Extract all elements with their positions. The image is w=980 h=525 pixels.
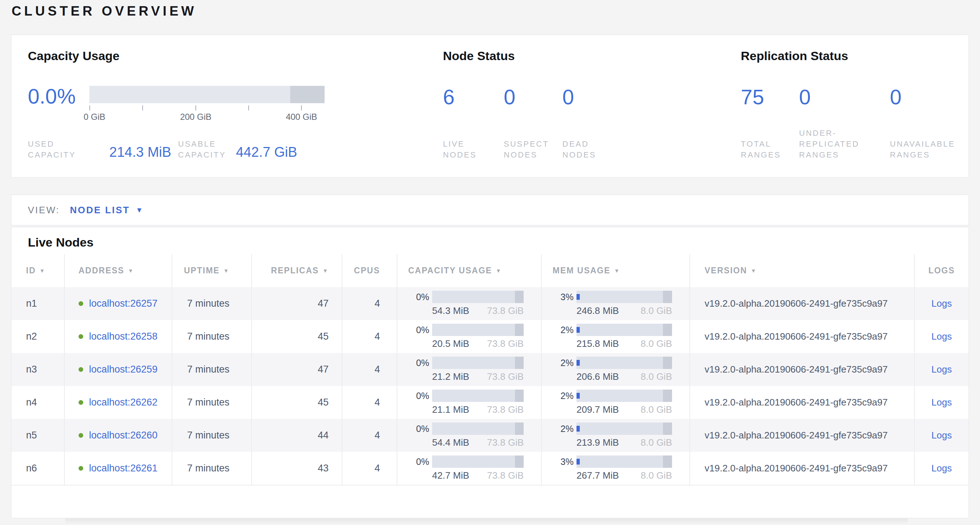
axis-tick [142,105,143,110]
mem-bar-fill [576,459,580,464]
mem-used-value: 215.8 MiB [576,338,619,349]
capacity-usage-title: Capacity Usage [28,49,119,63]
uptime-cell: 7 minutes [172,353,252,386]
version-cell: v19.2.0-alpha.20190606-2491-gfe735c9a97 [690,320,915,353]
logs-link[interactable]: Logs [932,397,952,408]
capacity-usage-cell: 0% 42.7 MiB73.8 GiB [397,452,542,485]
axis-tick [89,105,90,110]
view-bar: VIEW: NODE LIST ▼ [11,195,969,225]
node-address-link[interactable]: localhost:26262 [89,397,158,408]
logs-link[interactable]: Logs [932,463,952,474]
capacity-percent: 0% [407,424,429,434]
suspect-nodes-label: SUSPECT NODES [504,139,549,160]
view-mode-selected: NODE LIST [70,204,130,216]
capacity-bar-dark-segment [290,86,325,103]
version-cell: v19.2.0-alpha.20190606-2491-gfe735c9a97 [690,419,915,452]
capacity-bar-dark-segment [515,357,523,369]
capacity-used-value: 21.1 MiB [432,404,469,415]
node-address-link[interactable]: localhost:26261 [89,463,158,474]
col-header-address[interactable]: ADDRESS▼ [65,254,172,287]
node-id-cell: n4 [11,386,65,419]
capacity-used-value: 21.2 MiB [432,371,469,382]
view-mode-dropdown[interactable]: NODE LIST ▼ [70,204,143,216]
unavailable-ranges-label: UNAVAILABLE RANGES [890,139,955,160]
mem-bar-fill [576,327,580,333]
version-cell: v19.2.0-alpha.20190606-2491-gfe735c9a97 [690,287,915,320]
version-cell: v19.2.0-alpha.20190606-2491-gfe735c9a97 [690,386,915,419]
cpus-cell: 4 [342,287,397,320]
col-header-capacity-usage[interactable]: CAPACITY USAGE▼ [397,254,542,287]
capacity-percent: 0% [407,456,429,467]
node-live-dot [78,466,83,471]
node-live-dot [78,301,83,306]
capacity-percent: 0% [407,292,429,302]
axis-tick-label: 400 GiB [286,112,317,122]
axis-tick [301,105,302,110]
sort-icon: ▼ [128,268,134,274]
capacity-used-value: 54.4 MiB [432,437,469,448]
capacity-total-value: 73.8 GiB [487,404,523,415]
mem-bar [576,357,672,369]
cpus-cell: 4 [342,452,397,485]
node-address-cell: localhost:26260 [65,419,172,452]
logs-link[interactable]: Logs [932,364,952,375]
col-header-id[interactable]: ID▼ [11,254,65,287]
live-nodes-panel: Live Nodes ID▼ ADDRESS▼ UPTIME▼ REPLICAS… [11,227,969,519]
cpus-cell: 4 [342,353,397,386]
uptime-cell: 7 minutes [172,287,252,320]
sort-icon: ▼ [323,268,329,274]
col-header-mem-usage[interactable]: MEM USAGE▼ [542,254,690,287]
logs-link[interactable]: Logs [932,331,952,342]
mem-usage-cell: 2% 215.8 MiB8.0 GiB [542,320,690,353]
mem-usage-cell: 2% 213.9 MiB8.0 GiB [542,419,690,452]
mem-usage-cell: 3% 246.8 MiB8.0 GiB [542,287,690,320]
replicas-cell: 43 [252,452,342,485]
capacity-bar-dark-segment [515,324,523,336]
capacity-total-value: 73.8 GiB [487,437,523,448]
node-id-cell: n6 [11,452,65,485]
under-replicated-ranges-label: UNDER- REPLICATED RANGES [799,128,859,160]
logs-cell: Logs [915,353,969,386]
mem-bar-fill [576,294,580,300]
mem-total-value: 8.0 GiB [641,437,672,448]
cluster-summary-card: Capacity Usage 0.0% 0 GiB 200 GiB 400 Gi… [11,34,969,178]
node-address-link[interactable]: localhost:26259 [89,364,158,375]
col-header-replicas[interactable]: REPLICAS▼ [252,254,342,287]
capacity-usage-cell: 0% 20.5 MiB73.8 GiB [397,320,542,353]
logs-cell: Logs [915,320,969,353]
replicas-cell: 44 [252,419,342,452]
mem-usage-cell: 2% 206.6 MiB8.0 GiB [542,353,690,386]
mem-usage-cell: 2% 209.7 MiB8.0 GiB [542,386,690,419]
capacity-total-value: 73.8 GiB [487,470,523,481]
node-id-cell: n5 [11,419,65,452]
total-ranges-count: 75 [741,86,764,107]
used-capacity-label: USED CAPACITY [28,139,76,160]
logs-cell: Logs [915,452,969,485]
col-header-logs: LOGS [915,254,969,287]
node-address-cell: localhost:26258 [65,320,172,353]
mem-bar-dark-segment [663,389,672,402]
col-header-uptime[interactable]: UPTIME▼ [172,254,252,287]
node-address-link[interactable]: localhost:26257 [89,298,158,309]
mem-percent: 2% [552,325,574,335]
capacity-bar-dark-segment [515,291,523,303]
footer-shadow [65,519,908,524]
replicas-cell: 45 [252,386,342,419]
logs-link[interactable]: Logs [932,298,952,309]
mem-bar-dark-segment [663,423,672,435]
col-header-cpus: CPUS [342,254,397,287]
live-nodes-count: 6 [443,86,455,107]
capacity-percent: 0% [407,358,429,368]
node-address-cell: localhost:26259 [65,353,172,386]
node-address-link[interactable]: localhost:26258 [89,331,158,342]
node-address-link[interactable]: localhost:26260 [89,430,158,441]
mem-bar [576,324,672,336]
node-id-cell: n1 [11,287,65,320]
col-header-version[interactable]: VERSION▼ [690,254,915,287]
logs-link[interactable]: Logs [932,430,952,441]
capacity-bar [432,423,523,435]
capacity-used-value: 20.5 MiB [432,338,469,349]
dead-nodes-label: DEAD NODES [562,139,596,160]
uptime-cell: 7 minutes [172,452,252,485]
logs-cell: Logs [915,386,969,419]
